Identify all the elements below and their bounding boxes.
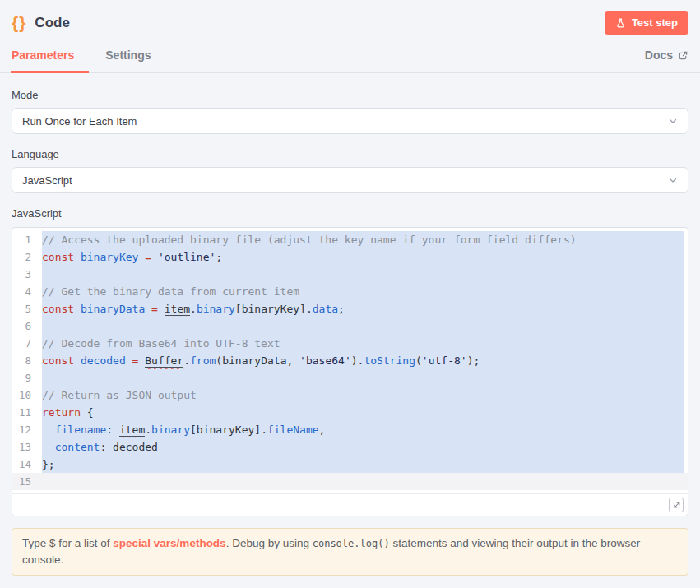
mode-label: Mode [12,89,688,101]
notice-text-segment: Type $ for a list of [22,537,113,549]
code-editor[interactable]: 1// Access the uploaded binary file (adj… [12,227,688,516]
line-number: 9 [12,369,42,387]
line-number: 8 [12,352,42,369]
line-number: 7 [12,335,42,352]
code-line-content: const decoded = Buffer.from(binaryData, … [42,352,684,369]
editor-footer [12,493,688,516]
line-number: 14 [12,456,42,473]
node-title: Code [35,15,70,31]
test-step-label: Test step [632,16,678,29]
code-line[interactable]: 6 [12,317,688,335]
code-line-content [42,369,684,387]
line-number: 11 [12,404,42,421]
node-header: {} Code Test step [0,0,700,35]
chevron-down-icon [668,175,678,185]
code-line-content [42,473,684,490]
code-line-content: content: decoded [42,438,684,456]
code-node-icon: {} [12,14,26,31]
language-select-value: JavaScript [22,174,72,187]
language-label: Language [12,148,688,160]
chevron-down-icon [668,116,678,126]
line-number: 5 [12,300,42,317]
code-line-content: filename: item.binary[binaryKey].fileNam… [42,421,684,438]
parameters-panel: Mode Run Once for Each Item Language Jav… [0,89,700,576]
code-line-content: }; [42,456,684,473]
code-line[interactable]: 10// Return as JSON output [12,387,688,404]
editor-lines: 1// Access the uploaded binary file (adj… [12,228,688,490]
line-number: 15 [12,473,42,490]
line-number: 13 [12,438,42,456]
flask-icon [615,17,626,29]
code-line[interactable]: 1// Access the uploaded binary file (adj… [12,231,688,248]
code-line[interactable]: 4// Get the binary data from current ite… [12,283,688,300]
code-line-content: const binaryData = item.binary[binaryKey… [42,300,684,317]
code-line-content: // Get the binary data from current item [42,283,684,300]
code-line-content: return { [42,404,684,421]
code-line[interactable]: 11return { [12,404,688,421]
line-number: 2 [12,248,42,266]
code-line-content: const binaryKey = 'outline'; [42,248,684,266]
code-line[interactable]: 5const binaryData = item.binary[binaryKe… [12,300,688,317]
code-editor-label: JavaScript [12,207,688,220]
code-line-content: // Access the uploaded binary file (adju… [42,231,684,248]
mode-select-value: Run Once for Each Item [22,115,137,127]
docs-label: Docs [645,49,673,62]
notice-text-segment: . Debug by using [226,537,313,549]
tab-bar: Parameters Settings Docs [0,44,700,73]
code-line-content [42,317,684,335]
code-line[interactable]: 7// Decode from Base64 into UTF-8 text [12,335,688,352]
code-line[interactable]: 9 [12,369,688,387]
code-line[interactable]: 13 content: decoded [12,438,688,456]
mode-select[interactable]: Run Once for Each Item [12,108,688,134]
code-line-content [42,266,684,283]
inline-code: console.log() [313,538,390,549]
code-line[interactable]: 2const binaryKey = 'outline'; [12,248,688,266]
tab-settings[interactable]: Settings [105,44,151,72]
language-select[interactable]: JavaScript [12,167,688,193]
external-link-icon [678,50,688,61]
line-number: 4 [12,283,42,300]
hint-notice: Type $ for a list of special vars/method… [12,528,688,576]
hint-notice-text: Type $ for a list of special vars/method… [22,537,640,566]
code-line-content: // Return as JSON output [42,387,684,404]
line-number: 6 [12,317,42,335]
tab-parameters[interactable]: Parameters [12,44,74,72]
code-line[interactable]: 3 [12,266,688,283]
code-line[interactable]: 8const decoded = Buffer.from(binaryData,… [12,352,688,369]
line-number: 3 [12,266,42,283]
docs-link[interactable]: Docs [645,49,688,72]
resize-handle-icon[interactable] [669,498,684,512]
code-line[interactable]: 12 filename: item.binary[binaryKey].file… [12,421,688,438]
special-vars-link[interactable]: special vars/methods [113,537,225,549]
line-number: 1 [12,231,42,248]
test-step-button[interactable]: Test step [605,11,688,35]
line-number: 10 [12,387,42,404]
code-line[interactable]: 14}; [12,456,688,473]
line-number: 12 [12,421,42,438]
code-line-content: // Decode from Base64 into UTF-8 text [42,335,684,352]
code-line[interactable]: 15 [12,473,688,490]
